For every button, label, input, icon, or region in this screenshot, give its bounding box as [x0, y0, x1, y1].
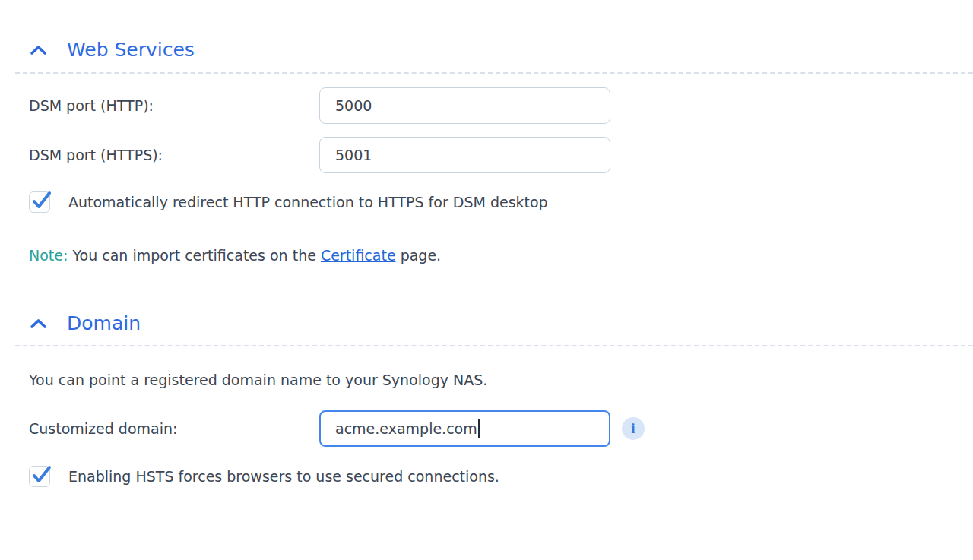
web-services-section-toggle[interactable]: Web Services [30, 39, 195, 62]
domain-section-toggle[interactable]: Domain [30, 312, 141, 335]
hsts-checkbox[interactable] [29, 466, 50, 487]
check-icon [30, 463, 52, 486]
certificate-link[interactable]: Certificate [321, 247, 396, 264]
text-caret [478, 419, 480, 438]
dsm-https-port-row: DSM port (HTTPS): [0, 137, 973, 173]
customized-domain-label: Customized domain: [29, 410, 177, 447]
note-text-after: page. [396, 247, 442, 264]
domain-section-title: Domain [67, 312, 141, 335]
redirect-https-checkbox[interactable] [29, 191, 50, 213]
customized-domain-value: acme.example.com [335, 420, 477, 437]
customized-domain-row: Customized domain: acme.example.com i [0, 410, 973, 447]
dsm-http-port-row: DSM port (HTTP): [0, 87, 973, 124]
settings-panel: Web Services DSM port (HTTP): DSM port (… [0, 0, 973, 560]
domain-description: You can point a registered domain name t… [29, 370, 487, 390]
note-prefix: Note: [29, 247, 68, 264]
customized-domain-input[interactable]: acme.example.com [319, 410, 610, 447]
section-separator [15, 72, 973, 74]
dsm-http-port-input[interactable] [319, 87, 610, 124]
web-services-section-title: Web Services [67, 39, 195, 62]
chevron-up-icon [30, 318, 47, 329]
redirect-https-row: Automatically redirect HTTP connection t… [0, 191, 973, 213]
info-icon-glyph: i [631, 420, 635, 437]
dsm-http-port-label: DSM port (HTTP): [29, 87, 154, 124]
chevron-up-icon [30, 45, 47, 55]
dsm-https-port-input[interactable] [319, 137, 610, 173]
redirect-https-label: Automatically redirect HTTP connection t… [68, 191, 548, 213]
section-separator [15, 345, 973, 346]
certificate-note: Note: You can import certificates on the… [29, 245, 441, 266]
dsm-https-port-label: DSM port (HTTPS): [29, 137, 163, 173]
check-icon [30, 188, 52, 211]
info-icon[interactable]: i [622, 417, 645, 440]
hsts-label: Enabling HSTS forces browsers to use sec… [68, 466, 499, 487]
note-text-before: You can import certificates on the [68, 247, 321, 264]
hsts-row: Enabling HSTS forces browsers to use sec… [0, 466, 973, 487]
